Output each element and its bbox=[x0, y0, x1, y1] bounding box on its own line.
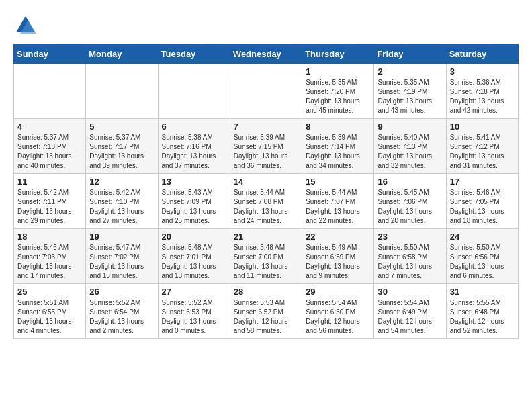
calendar-cell: 25Sunrise: 5:51 AM Sunset: 6:55 PM Dayli… bbox=[14, 284, 86, 339]
day-number: 25 bbox=[17, 287, 82, 297]
calendar-cell: 1Sunrise: 5:35 AM Sunset: 7:20 PM Daylig… bbox=[302, 64, 374, 119]
day-info: Sunrise: 5:48 AM Sunset: 7:00 PM Dayligh… bbox=[234, 243, 298, 281]
day-info: Sunrise: 5:51 AM Sunset: 6:55 PM Dayligh… bbox=[17, 298, 82, 336]
day-number: 24 bbox=[450, 232, 515, 242]
calendar-cell: 15Sunrise: 5:44 AM Sunset: 7:07 PM Dayli… bbox=[302, 174, 374, 229]
day-number: 13 bbox=[162, 177, 226, 187]
day-info: Sunrise: 5:52 AM Sunset: 6:54 PM Dayligh… bbox=[89, 298, 154, 336]
day-number: 3 bbox=[450, 66, 515, 77]
calendar-header: SundayMondayTuesdayWednesdayThursdayFrid… bbox=[14, 45, 519, 64]
calendar-cell bbox=[230, 64, 302, 119]
day-info: Sunrise: 5:46 AM Sunset: 7:03 PM Dayligh… bbox=[17, 243, 82, 281]
day-info: Sunrise: 5:54 AM Sunset: 6:50 PM Dayligh… bbox=[306, 298, 370, 336]
calendar-cell: 10Sunrise: 5:41 AM Sunset: 7:12 PM Dayli… bbox=[446, 119, 518, 174]
weekday-header-monday: Monday bbox=[86, 45, 158, 64]
day-info: Sunrise: 5:37 AM Sunset: 7:18 PM Dayligh… bbox=[17, 133, 82, 171]
day-number: 1 bbox=[306, 66, 370, 77]
calendar-cell bbox=[158, 64, 230, 119]
calendar-cell: 8Sunrise: 5:39 AM Sunset: 7:14 PM Daylig… bbox=[302, 119, 374, 174]
day-info: Sunrise: 5:49 AM Sunset: 6:59 PM Dayligh… bbox=[306, 243, 370, 281]
day-number: 15 bbox=[306, 177, 370, 187]
day-info: Sunrise: 5:42 AM Sunset: 7:11 PM Dayligh… bbox=[17, 188, 82, 226]
week-row-3: 11Sunrise: 5:42 AM Sunset: 7:11 PM Dayli… bbox=[14, 174, 519, 229]
calendar-cell: 28Sunrise: 5:53 AM Sunset: 6:52 PM Dayli… bbox=[230, 284, 302, 339]
calendar-cell: 22Sunrise: 5:49 AM Sunset: 6:59 PM Dayli… bbox=[302, 229, 374, 284]
day-info: Sunrise: 5:44 AM Sunset: 7:07 PM Dayligh… bbox=[306, 188, 370, 226]
day-info: Sunrise: 5:55 AM Sunset: 6:48 PM Dayligh… bbox=[450, 298, 515, 336]
day-info: Sunrise: 5:47 AM Sunset: 7:02 PM Dayligh… bbox=[89, 243, 154, 281]
calendar-cell: 16Sunrise: 5:45 AM Sunset: 7:06 PM Dayli… bbox=[374, 174, 446, 229]
weekday-header-tuesday: Tuesday bbox=[158, 45, 230, 64]
weekday-header-friday: Friday bbox=[374, 45, 446, 64]
day-number: 6 bbox=[162, 122, 226, 132]
calendar-cell: 14Sunrise: 5:44 AM Sunset: 7:08 PM Dayli… bbox=[230, 174, 302, 229]
calendar-cell: 19Sunrise: 5:47 AM Sunset: 7:02 PM Dayli… bbox=[86, 229, 158, 284]
week-row-5: 25Sunrise: 5:51 AM Sunset: 6:55 PM Dayli… bbox=[14, 284, 519, 339]
day-number: 8 bbox=[306, 122, 370, 132]
day-info: Sunrise: 5:35 AM Sunset: 7:19 PM Dayligh… bbox=[378, 78, 442, 116]
calendar-body: 1Sunrise: 5:35 AM Sunset: 7:20 PM Daylig… bbox=[14, 64, 519, 339]
day-info: Sunrise: 5:40 AM Sunset: 7:13 PM Dayligh… bbox=[378, 133, 442, 171]
day-number: 5 bbox=[89, 122, 154, 132]
day-info: Sunrise: 5:52 AM Sunset: 6:53 PM Dayligh… bbox=[162, 298, 226, 336]
calendar-cell: 23Sunrise: 5:50 AM Sunset: 6:58 PM Dayli… bbox=[374, 229, 446, 284]
day-info: Sunrise: 5:37 AM Sunset: 7:17 PM Dayligh… bbox=[89, 133, 154, 171]
day-info: Sunrise: 5:45 AM Sunset: 7:06 PM Dayligh… bbox=[378, 188, 442, 226]
calendar-cell: 3Sunrise: 5:36 AM Sunset: 7:18 PM Daylig… bbox=[446, 64, 518, 119]
calendar-cell: 11Sunrise: 5:42 AM Sunset: 7:11 PM Dayli… bbox=[14, 174, 86, 229]
day-number: 30 bbox=[378, 287, 442, 297]
day-info: Sunrise: 5:54 AM Sunset: 6:49 PM Dayligh… bbox=[378, 298, 442, 336]
calendar-cell: 31Sunrise: 5:55 AM Sunset: 6:48 PM Dayli… bbox=[446, 284, 518, 339]
day-number: 21 bbox=[234, 232, 298, 242]
day-number: 12 bbox=[89, 177, 154, 187]
calendar-cell bbox=[86, 64, 158, 119]
day-info: Sunrise: 5:35 AM Sunset: 7:20 PM Dayligh… bbox=[306, 78, 370, 116]
calendar-cell: 20Sunrise: 5:48 AM Sunset: 7:01 PM Dayli… bbox=[158, 229, 230, 284]
week-row-4: 18Sunrise: 5:46 AM Sunset: 7:03 PM Dayli… bbox=[14, 229, 519, 284]
calendar-cell: 12Sunrise: 5:42 AM Sunset: 7:10 PM Dayli… bbox=[86, 174, 158, 229]
calendar-cell bbox=[14, 64, 86, 119]
day-number: 16 bbox=[378, 177, 442, 187]
day-number: 11 bbox=[17, 177, 82, 187]
day-info: Sunrise: 5:42 AM Sunset: 7:10 PM Dayligh… bbox=[89, 188, 154, 226]
day-number: 7 bbox=[234, 122, 298, 132]
logo-icon bbox=[13, 13, 38, 38]
weekday-header-wednesday: Wednesday bbox=[230, 45, 302, 64]
day-number: 17 bbox=[450, 177, 515, 187]
day-info: Sunrise: 5:48 AM Sunset: 7:01 PM Dayligh… bbox=[162, 243, 226, 281]
calendar-cell: 17Sunrise: 5:46 AM Sunset: 7:05 PM Dayli… bbox=[446, 174, 518, 229]
day-number: 19 bbox=[89, 232, 154, 242]
day-info: Sunrise: 5:53 AM Sunset: 6:52 PM Dayligh… bbox=[234, 298, 298, 336]
day-info: Sunrise: 5:41 AM Sunset: 7:12 PM Dayligh… bbox=[450, 133, 515, 171]
calendar-cell: 18Sunrise: 5:46 AM Sunset: 7:03 PM Dayli… bbox=[14, 229, 86, 284]
calendar-cell: 5Sunrise: 5:37 AM Sunset: 7:17 PM Daylig… bbox=[86, 119, 158, 174]
day-number: 18 bbox=[17, 232, 82, 242]
week-row-1: 1Sunrise: 5:35 AM Sunset: 7:20 PM Daylig… bbox=[14, 64, 519, 119]
calendar-cell: 13Sunrise: 5:43 AM Sunset: 7:09 PM Dayli… bbox=[158, 174, 230, 229]
page-header bbox=[13, 13, 519, 38]
day-number: 31 bbox=[450, 287, 515, 297]
weekday-header-thursday: Thursday bbox=[302, 45, 374, 64]
calendar-cell: 26Sunrise: 5:52 AM Sunset: 6:54 PM Dayli… bbox=[86, 284, 158, 339]
day-number: 2 bbox=[378, 66, 442, 77]
calendar-cell: 6Sunrise: 5:38 AM Sunset: 7:16 PM Daylig… bbox=[158, 119, 230, 174]
calendar-cell: 2Sunrise: 5:35 AM Sunset: 7:19 PM Daylig… bbox=[374, 64, 446, 119]
day-number: 9 bbox=[378, 122, 442, 132]
day-info: Sunrise: 5:38 AM Sunset: 7:16 PM Dayligh… bbox=[162, 133, 226, 171]
calendar-cell: 24Sunrise: 5:50 AM Sunset: 6:56 PM Dayli… bbox=[446, 229, 518, 284]
logo bbox=[13, 13, 40, 38]
day-number: 22 bbox=[306, 232, 370, 242]
day-info: Sunrise: 5:39 AM Sunset: 7:14 PM Dayligh… bbox=[306, 133, 370, 171]
day-info: Sunrise: 5:44 AM Sunset: 7:08 PM Dayligh… bbox=[234, 188, 298, 226]
calendar-cell: 9Sunrise: 5:40 AM Sunset: 7:13 PM Daylig… bbox=[374, 119, 446, 174]
day-info: Sunrise: 5:39 AM Sunset: 7:15 PM Dayligh… bbox=[234, 133, 298, 171]
day-info: Sunrise: 5:50 AM Sunset: 6:56 PM Dayligh… bbox=[450, 243, 515, 281]
day-number: 28 bbox=[234, 287, 298, 297]
day-number: 23 bbox=[378, 232, 442, 242]
day-number: 4 bbox=[17, 122, 82, 132]
day-info: Sunrise: 5:46 AM Sunset: 7:05 PM Dayligh… bbox=[450, 188, 515, 226]
day-number: 27 bbox=[162, 287, 226, 297]
calendar-cell: 21Sunrise: 5:48 AM Sunset: 7:00 PM Dayli… bbox=[230, 229, 302, 284]
calendar-cell: 29Sunrise: 5:54 AM Sunset: 6:50 PM Dayli… bbox=[302, 284, 374, 339]
day-number: 26 bbox=[89, 287, 154, 297]
